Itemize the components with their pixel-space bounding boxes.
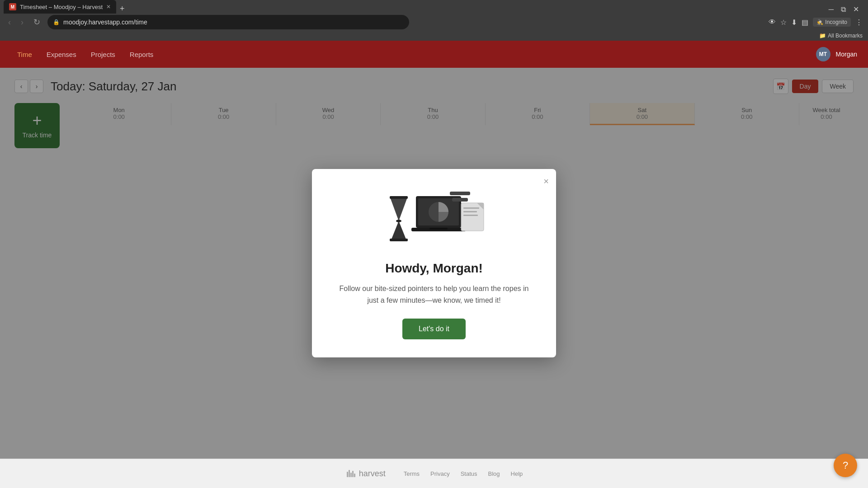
- footer-link-status[interactable]: Status: [461, 470, 477, 477]
- lock-icon: 🔒: [53, 19, 60, 25]
- harvest-logo-icon: [345, 468, 356, 479]
- incognito-label: Incognito: [825, 19, 847, 25]
- browser-chrome: M Timesheet – Moodjoy – Harvest ✕ + ─ ⧉ …: [0, 0, 868, 41]
- address-bar[interactable]: 🔒 moodjoy.harvestapp.com/time: [47, 15, 409, 29]
- close-window-btn[interactable]: ✕: [853, 5, 859, 14]
- nav-link-projects[interactable]: Projects: [85, 48, 122, 61]
- tab-favicon: M: [9, 3, 16, 10]
- svg-rect-1: [390, 239, 408, 241]
- svg-rect-11: [463, 215, 478, 216]
- svg-rect-0: [390, 196, 408, 199]
- footer-link-privacy[interactable]: Privacy: [430, 470, 450, 477]
- modal-body: Follow our bite-sized pointers to help y…: [334, 283, 534, 306]
- footer-logo-text: harvest: [359, 469, 386, 479]
- nav-link-expenses[interactable]: Expenses: [40, 48, 83, 61]
- nav-link-time[interactable]: Time: [11, 48, 38, 61]
- new-tab-btn[interactable]: +: [116, 4, 128, 14]
- nav-right: MT Morgan: [816, 47, 857, 61]
- browser-toolbar: ‹ › ↻ 🔒 moodjoy.harvestapp.com/time 👁 ☆ …: [0, 14, 868, 31]
- back-btn[interactable]: ‹: [5, 16, 14, 29]
- nav-link-reports[interactable]: Reports: [123, 48, 160, 61]
- refresh-btn[interactable]: ↻: [31, 15, 43, 29]
- app-footer: harvest Terms Privacy Status Blog Help: [0, 459, 868, 488]
- svg-rect-16: [350, 473, 352, 477]
- illustration-svg: [375, 189, 493, 248]
- footer-link-terms[interactable]: Terms: [404, 470, 420, 477]
- active-tab[interactable]: M Timesheet – Moodjoy – Harvest ✕: [4, 0, 116, 14]
- modal-close-btn[interactable]: ×: [543, 176, 549, 187]
- top-nav: Time Expenses Projects Reports MT Morgan: [0, 41, 868, 68]
- modal-title: Howdy, Morgan!: [334, 261, 534, 276]
- browser-tabs: M Timesheet – Moodjoy – Harvest ✕ + ─ ⧉ …: [0, 0, 868, 14]
- footer-link-blog[interactable]: Blog: [488, 470, 500, 477]
- svg-rect-17: [352, 471, 354, 477]
- user-avatar: MT: [816, 47, 830, 61]
- bookmarks-label: All Bookmarks: [828, 33, 863, 39]
- footer-link-help[interactable]: Help: [511, 470, 523, 477]
- incognito-icon: 🕵: [816, 19, 823, 25]
- minimize-btn[interactable]: ─: [829, 5, 834, 14]
- svg-rect-7: [429, 228, 448, 230]
- svg-rect-18: [354, 474, 355, 477]
- modal-illustration: [334, 187, 534, 250]
- bookmark-star-icon[interactable]: ☆: [780, 18, 787, 27]
- footer-links: Terms Privacy Status Blog Help: [404, 470, 523, 477]
- footer-logo: harvest: [345, 468, 386, 479]
- maximize-btn[interactable]: ⧉: [841, 5, 846, 14]
- svg-rect-9: [463, 207, 479, 209]
- window-controls: ─ ⧉ ✕: [829, 5, 864, 14]
- svg-rect-12: [450, 192, 470, 195]
- folder-icon: 📁: [819, 33, 826, 39]
- main-content: ‹ › Today: Saturday, 27 Jan 📅 Day Week +…: [0, 68, 868, 459]
- download-icon[interactable]: ⬇: [791, 18, 797, 27]
- svg-rect-15: [349, 470, 350, 477]
- incognito-badge: 🕵 Incognito: [813, 18, 851, 27]
- nav-links: Time Expenses Projects Reports: [11, 48, 160, 61]
- svg-rect-8: [461, 203, 484, 231]
- menu-icon[interactable]: ⋮: [855, 18, 863, 27]
- welcome-modal: ×: [312, 169, 556, 357]
- svg-rect-13: [452, 198, 468, 202]
- modal-overlay[interactable]: ×: [0, 68, 868, 459]
- reader-mode-icon[interactable]: 👁: [769, 18, 776, 26]
- tab-close-btn[interactable]: ✕: [106, 4, 111, 10]
- url-text: moodjoy.harvestapp.com/time: [63, 19, 147, 26]
- user-name: Morgan: [836, 51, 857, 58]
- svg-rect-14: [347, 472, 348, 477]
- modal-cta-btn[interactable]: Let's do it: [402, 319, 466, 339]
- app: Time Expenses Projects Reports MT Morgan…: [0, 41, 868, 488]
- all-bookmarks-item[interactable]: 📁 All Bookmarks: [819, 33, 863, 39]
- svg-rect-10: [463, 211, 477, 212]
- sidebar-icon[interactable]: ▤: [802, 18, 808, 27]
- bookmarks-bar: 📁 All Bookmarks: [0, 31, 868, 41]
- forward-btn[interactable]: ›: [18, 16, 26, 29]
- help-btn[interactable]: ?: [834, 454, 857, 477]
- svg-point-2: [396, 220, 401, 222]
- toolbar-right: 👁 ☆ ⬇ ▤ 🕵 Incognito ⋮: [769, 18, 863, 27]
- tab-title: Timesheet – Moodjoy – Harvest: [20, 4, 103, 10]
